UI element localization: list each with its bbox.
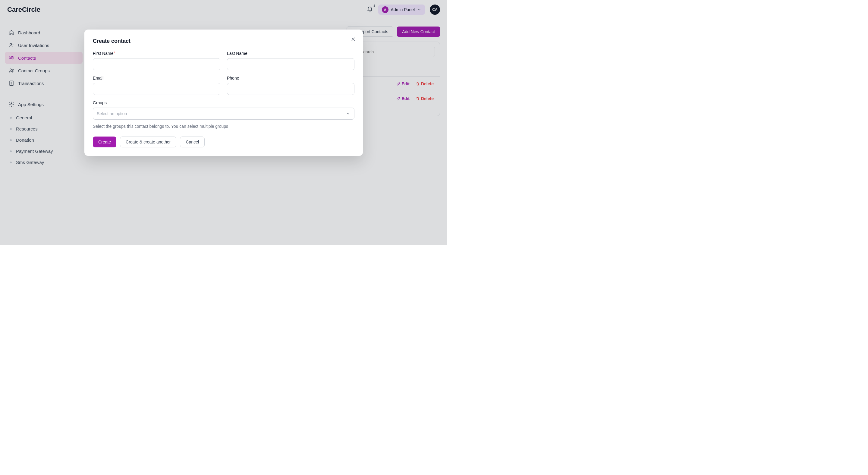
first-name-field: First Name* [93, 51, 220, 70]
chevron-down-icon [346, 111, 350, 116]
phone-field: Phone [227, 76, 354, 95]
first-name-label: First Name* [93, 51, 220, 56]
create-contact-modal: Create contact First Name* Last Name Ema… [84, 30, 363, 156]
last-name-input[interactable] [227, 58, 354, 70]
close-button[interactable] [349, 35, 358, 43]
phone-input[interactable] [227, 83, 354, 95]
first-name-input[interactable] [93, 58, 220, 70]
create-button[interactable]: Create [93, 136, 116, 147]
email-field: Email [93, 76, 220, 95]
groups-field: Groups Select an option Select the group… [93, 100, 354, 129]
create-and-create-another-button[interactable]: Create & create another [120, 136, 176, 147]
groups-help-text: Select the groups this contact belongs t… [93, 124, 354, 129]
groups-label: Groups [93, 100, 354, 105]
email-label: Email [93, 76, 220, 81]
groups-placeholder: Select an option [97, 111, 127, 116]
last-name-field: Last Name [227, 51, 354, 70]
cancel-button[interactable]: Cancel [180, 136, 205, 147]
required-indicator: * [114, 51, 115, 55]
modal-title: Create contact [93, 38, 354, 44]
modal-overlay[interactable]: Create contact First Name* Last Name Ema… [0, 0, 447, 245]
last-name-label: Last Name [227, 51, 354, 56]
email-input[interactable] [93, 83, 220, 95]
groups-select[interactable]: Select an option [93, 107, 354, 120]
close-icon [350, 36, 356, 42]
phone-label: Phone [227, 76, 354, 81]
